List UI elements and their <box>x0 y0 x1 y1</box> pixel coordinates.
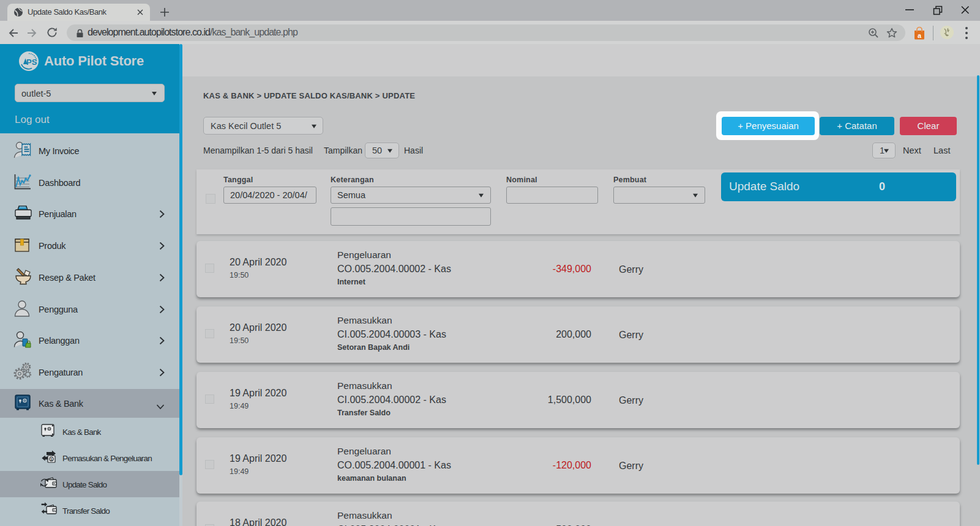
svg-text:a: a <box>918 32 922 39</box>
svg-text:PS: PS <box>26 57 37 67</box>
